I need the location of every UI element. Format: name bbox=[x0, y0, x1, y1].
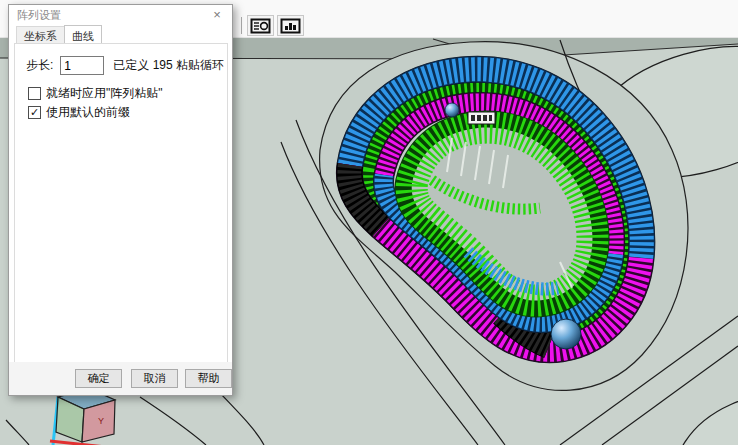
curve-tab-panel: 步长: 已定义 195 粘贴循环 就绪时应用"阵列粘贴" ✓ 使用默认的前缀 bbox=[14, 43, 228, 363]
x-axis bbox=[50, 441, 106, 445]
toolbar-separator bbox=[241, 17, 242, 34]
array-settings-dialog: 阵列设置 × 坐标系 曲线 步长: 已定义 195 粘贴循环 就绪时应用"阵列粘… bbox=[8, 4, 233, 396]
histogram-icon bbox=[280, 18, 301, 34]
display-options-icon bbox=[250, 18, 271, 34]
step-label: 步长: bbox=[26, 57, 53, 74]
step-input[interactable] bbox=[60, 56, 104, 75]
dialog-titlebar[interactable]: 阵列设置 × bbox=[9, 5, 232, 26]
dialog-footer: 确定 取消 帮助 bbox=[9, 362, 232, 395]
tab-curve[interactable]: 曲线 bbox=[64, 25, 102, 43]
histogram-button[interactable] bbox=[277, 15, 304, 36]
help-button[interactable]: 帮助 bbox=[185, 369, 232, 388]
app-window: Y 阵列设置 × 坐标系 曲线 步长: 已定义 195 粘贴循环 就绪时应用"阵… bbox=[0, 0, 738, 445]
use-default-prefix-label: 使用默认的前缀 bbox=[46, 104, 130, 121]
cancel-button[interactable]: 取消 bbox=[131, 369, 178, 388]
curve-end-sphere[interactable] bbox=[551, 319, 581, 349]
readout-label bbox=[468, 112, 495, 124]
dialog-tabs: 坐标系 曲线 bbox=[16, 26, 101, 44]
defined-loops-text: 已定义 195 粘贴循环 bbox=[113, 57, 224, 74]
dialog-title: 阵列设置 bbox=[9, 8, 61, 23]
y-axis-label: Y bbox=[98, 416, 104, 426]
tab-coordinate-system[interactable]: 坐标系 bbox=[16, 26, 65, 43]
use-default-prefix-checkbox[interactable]: ✓ bbox=[28, 106, 41, 119]
display-options-button[interactable] bbox=[247, 15, 274, 36]
apply-array-paste-checkbox[interactable] bbox=[28, 87, 41, 100]
apply-array-paste-label: 就绪时应用"阵列粘贴" bbox=[46, 85, 163, 102]
curve-start-sphere[interactable] bbox=[445, 103, 459, 117]
ok-button[interactable]: 确定 bbox=[75, 369, 122, 388]
close-icon[interactable]: × bbox=[206, 5, 228, 25]
